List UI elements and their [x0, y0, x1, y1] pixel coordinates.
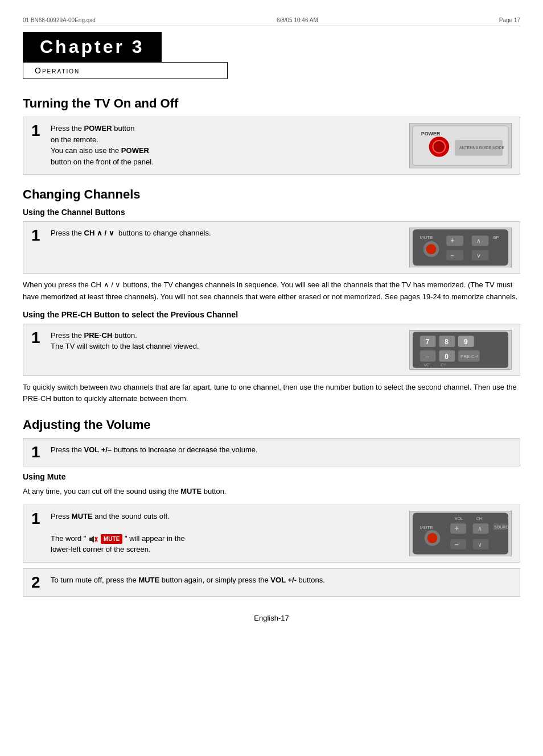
pre-ch-text: Press the PRE-CH button.The TV will swit… — [51, 331, 199, 351]
mute-step1-content: Press MUTE and the sound cuts off. The w… — [51, 511, 401, 555]
vol-step-text: Press the VOL +/– buttons to increase or… — [51, 445, 258, 454]
print-header-center: 6/8/05 10:46 AM — [277, 17, 318, 23]
svg-text:CH: CH — [441, 362, 446, 366]
mute-remote-svg: VOL CH MUTE + – ∧ — [410, 511, 511, 556]
section-changing-channels: Changing Channels Using the Channel Butt… — [23, 187, 520, 405]
ch-body-text1: When you press the CH ∧ / ∨ buttons, the… — [23, 279, 520, 303]
svg-text:PRE-CH: PRE-CH — [460, 353, 478, 358]
svg-text:∨: ∨ — [478, 541, 482, 548]
svg-text:0: 0 — [445, 352, 449, 360]
svg-marker-34 — [89, 536, 94, 543]
svg-text:VOL: VOL — [455, 517, 463, 520]
adjusting-volume-title: Adjusting the Volume — [23, 418, 520, 432]
svg-text:SOURCE: SOURCE — [494, 525, 511, 529]
svg-text:+: + — [455, 524, 459, 532]
step-content-1a: Press the POWER buttonon the remote.You … — [51, 123, 401, 167]
mute-badge: MUTE — [101, 534, 122, 544]
mute-step1-box: 1 Press MUTE and the sound cuts off. The… — [23, 505, 520, 563]
svg-text:SP: SP — [493, 235, 499, 240]
svg-text:–: – — [450, 251, 454, 259]
mute-step1-number: 1 — [31, 511, 43, 527]
page-footer-text: English-17 — [254, 614, 289, 622]
mute-icon-inline: MUTE — [88, 534, 122, 544]
svg-point-3 — [433, 141, 446, 153]
svg-text:MUTE: MUTE — [420, 525, 433, 530]
svg-text:+: + — [450, 237, 454, 245]
svg-text:∨: ∨ — [476, 252, 481, 259]
chapter-subtitle-block: Operation — [23, 62, 228, 79]
print-header-left: 01 BN68-00929A-00Eng.qxd — [23, 17, 96, 23]
step-1a-text1: Press the POWER buttonon the remote.You … — [51, 124, 154, 166]
svg-text:POWER: POWER — [421, 131, 441, 137]
print-header: 01 BN68-00929A-00Eng.qxd 6/8/05 10:46 AM… — [23, 17, 520, 26]
turning-on-title: Turning the TV On and Off — [23, 96, 520, 111]
ch-step-number: 1 — [31, 228, 43, 243]
mute-body-text-content: At any time, you can cut off the sound u… — [23, 487, 226, 495]
ch-body-text2: To quickly switch between two channels t… — [23, 382, 520, 406]
mute-remote-image: VOL CH MUTE + – ∧ — [409, 511, 512, 556]
svg-rect-10 — [446, 236, 463, 246]
svg-text:∧: ∧ — [476, 237, 481, 244]
mute-step2-content: To turn mute off, press the MUTE button … — [51, 575, 512, 586]
svg-text:9: 9 — [464, 338, 468, 346]
step-number-1a: 1 — [31, 123, 43, 139]
print-header-right: Page 17 — [499, 17, 520, 23]
mute-body-text: At any time, you can cut off the sound u… — [23, 486, 520, 498]
svg-text:CH: CH — [476, 517, 482, 520]
vol-step1-box: 1 Press the VOL +/– buttons to increase … — [23, 438, 520, 466]
svg-point-42 — [427, 533, 438, 543]
ch-remote-image: MUTE + – ∧ ∨ SP — [409, 228, 512, 267]
section-adjusting-volume: Adjusting the Volume 1 Press the VOL +/–… — [23, 418, 520, 597]
section-turning-on: Turning the TV On and Off 1 Press the PO… — [23, 96, 520, 175]
page-container: 01 BN68-00929A-00Eng.qxd 6/8/05 10:46 AM… — [0, 0, 543, 756]
chapter-subtitle: Operation — [35, 66, 80, 75]
power-remote-svg: POWER ANTENNA GUIDE MODE — [410, 123, 511, 168]
pre-ch-step1-box: 1 Press the PRE-CH button.The TV will sw… — [23, 324, 520, 376]
pre-ch-step-content: Press the PRE-CH button.The TV will swit… — [51, 330, 401, 352]
svg-text:∧: ∧ — [478, 525, 482, 532]
svg-text:VOL: VOL — [424, 362, 432, 366]
svg-point-9 — [426, 244, 437, 254]
pre-ch-remote-image: 7 8 9 – 0 PRE-CH VOL CH — [409, 330, 512, 370]
chapter-title-block: Chapter 3 — [23, 32, 162, 62]
chapter-title: Chapter 3 — [40, 36, 145, 57]
pre-ch-remote-svg: 7 8 9 – 0 PRE-CH VOL CH — [410, 330, 511, 370]
pre-ch-step-number: 1 — [31, 330, 43, 346]
ch-step1-box: 1 Press the CH ∧ / ∨ buttons to change c… — [23, 221, 520, 274]
svg-text:ANTENNA  GUIDE  MODE: ANTENNA GUIDE MODE — [459, 146, 504, 150]
vol-step-content: Press the VOL +/– buttons to increase or… — [51, 444, 512, 456]
ch-step-text: Press the CH ∧ / ∨ buttons to change cha… — [51, 229, 211, 237]
svg-text:–: – — [425, 352, 429, 360]
changing-channels-title: Changing Channels — [23, 187, 520, 202]
mute-step2-number: 2 — [31, 575, 43, 590]
mute-step1-text: Press MUTE and the sound cuts off. The w… — [51, 512, 185, 554]
using-channel-buttons-heading: Using the Channel Buttons — [23, 208, 520, 217]
svg-text:–: – — [455, 540, 459, 548]
page-footer: English-17 — [23, 614, 520, 622]
svg-text:8: 8 — [445, 338, 449, 346]
svg-text:7: 7 — [426, 338, 430, 346]
ch-step-content: Press the CH ∧ / ∨ buttons to change cha… — [51, 228, 401, 239]
svg-rect-12 — [446, 250, 463, 261]
ch-remote-svg: MUTE + – ∧ ∨ SP — [410, 228, 511, 267]
power-remote-image: POWER ANTENNA GUIDE MODE — [409, 123, 512, 168]
mute-step2-box: 2 To turn mute off, press the MUTE butto… — [23, 568, 520, 597]
pre-ch-heading: Using the PRE-CH Button to select the Pr… — [23, 310, 520, 319]
speaker-icon — [88, 535, 98, 543]
using-mute-heading: Using Mute — [23, 472, 520, 481]
svg-text:MUTE: MUTE — [420, 235, 433, 240]
vol-step-number: 1 — [31, 444, 43, 460]
turning-on-step1: 1 Press the POWER buttonon the remote.Yo… — [23, 117, 520, 175]
mute-step2-text: To turn mute off, press the MUTE button … — [51, 576, 325, 584]
chapter-header: Chapter 3 Operation — [23, 32, 520, 79]
